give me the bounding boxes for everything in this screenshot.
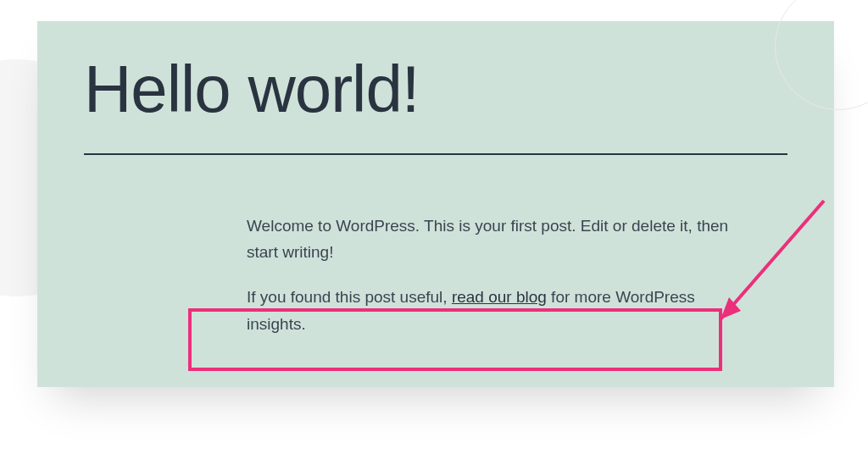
post-content: Welcome to WordPress. This is your first… xyxy=(247,213,755,337)
post-title: Hello world! xyxy=(84,53,787,126)
cta-prefix: If you found this post useful, xyxy=(247,288,452,306)
intro-paragraph: Welcome to WordPress. This is your first… xyxy=(247,213,755,266)
cta-paragraph: If you found this post useful, read our … xyxy=(247,284,755,337)
title-divider xyxy=(84,153,787,155)
post-card: Hello world! Welcome to WordPress. This … xyxy=(37,21,834,387)
read-blog-link[interactable]: read our blog xyxy=(452,288,547,306)
